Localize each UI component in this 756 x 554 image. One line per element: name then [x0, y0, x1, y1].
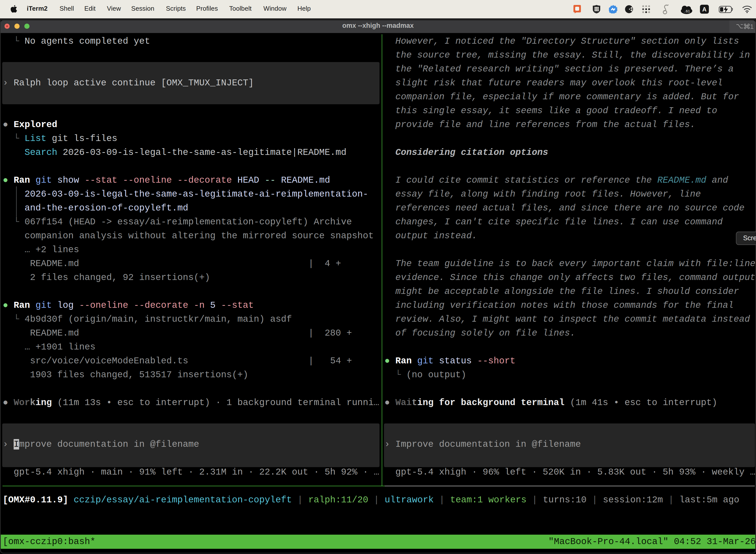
svg-text:1: 1: [750, 23, 754, 30]
svg-text:..61: ..61: [684, 9, 690, 13]
svg-text:A: A: [702, 6, 706, 13]
